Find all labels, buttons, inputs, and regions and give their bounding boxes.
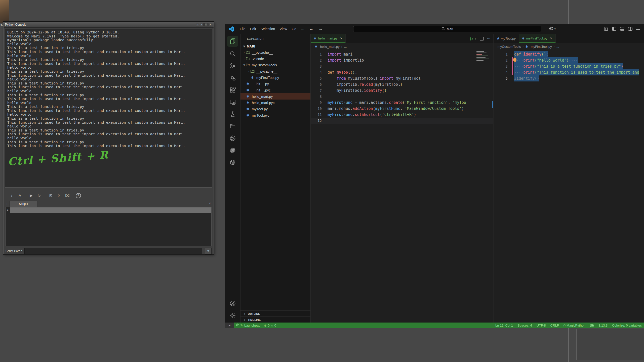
breadcrumb-item[interactable]: ...	[344, 45, 347, 49]
status-item--magicpython[interactable]: {} MagicPython	[562, 324, 587, 327]
code-line-3[interactable]: 3	[311, 63, 493, 69]
console-close-button[interactable]: ✕	[209, 23, 212, 26]
menu-view[interactable]: View	[277, 26, 289, 32]
script-tab[interactable]: Script1	[10, 201, 38, 207]
tree-item-vscode[interactable]: ›.vscode	[240, 56, 310, 62]
close-script-tab-button[interactable]: ✕	[209, 202, 211, 205]
load-script-icon[interactable]: ↓	[9, 193, 15, 199]
code-line-10[interactable]: 10mari.menus.addAction(myFirstFunc, 'Mai…	[311, 106, 493, 112]
folder-library-icon[interactable]	[227, 120, 238, 132]
cut-script-icon[interactable]: ✕	[56, 193, 62, 199]
close-icon[interactable]: ✕	[340, 37, 342, 40]
timeline-section[interactable]: › TIMELINE	[240, 316, 310, 323]
lightbulb-icon[interactable]	[513, 58, 516, 62]
code-editor[interactable]: 1import mari2import importlib34def myToo…	[311, 50, 493, 323]
script-path-browse-button[interactable]: ⇧	[205, 248, 212, 254]
toggle-primary-sidebar-icon[interactable]	[612, 27, 616, 31]
run-script-icon[interactable]: ▶	[28, 193, 34, 199]
copilot-status-item[interactable]	[588, 324, 596, 328]
menu-selection[interactable]: Selection	[258, 26, 277, 32]
status-item-colorize-0-variables[interactable]: Colorize: 0 variables	[610, 324, 643, 327]
script-editor[interactable]: 1	[6, 207, 212, 246]
menu-go[interactable]: Go	[289, 26, 299, 32]
tree-item-myCustomTools[interactable]: ∨myCustomTools	[240, 62, 310, 68]
code-line-4[interactable]: 4def myTool():	[311, 69, 493, 75]
nav-forward-arrow[interactable]: →	[316, 26, 325, 31]
remote-explorer-icon[interactable]	[227, 96, 238, 108]
explorer-actions-icon[interactable]: ⋯	[302, 36, 306, 41]
code-line-8[interactable]: 8	[311, 94, 493, 100]
tree-item-hellomaripy[interactable]: ✱hello_mari.py	[240, 93, 310, 100]
tree-item-initpyc[interactable]: ✱__init__.pyc	[240, 87, 310, 93]
clear-script-icon[interactable]: ⊠	[48, 193, 54, 199]
tree-item-pycache[interactable]: ›__pycache__	[240, 49, 310, 56]
explorer-icon[interactable]	[227, 36, 238, 47]
code-line-9[interactable]: 9myFirstFunc = mari.actions.create('My F…	[311, 100, 493, 106]
minimize-button[interactable]: —	[636, 27, 640, 31]
console-titlebar[interactable]: Python Console ? ▲ □ ✕	[4, 22, 214, 28]
breadcrumb-item[interactable]: ✱ myFirstTool.py	[525, 45, 552, 49]
status-item-utf-8[interactable]: UTF-8	[535, 324, 548, 327]
customize-layout-icon[interactable]	[604, 27, 608, 31]
breadcrumb-item[interactable]: ...	[556, 45, 559, 49]
breadcrumb-item[interactable]: ✱ hello_mari.py	[315, 45, 340, 49]
text-edit-icon[interactable]: A	[17, 193, 23, 199]
more-actions-icon[interactable]: ⋯	[487, 37, 490, 40]
source-control-icon[interactable]	[227, 60, 238, 72]
explorer-section-mari[interactable]: ∨ MARI	[240, 43, 310, 49]
problems-status-item[interactable]: ⊗ 0 △ 0	[262, 324, 278, 327]
code-line-3[interactable]: 3····print("This is a test function in t…	[494, 63, 644, 69]
copilot-menu[interactable]: ∨	[549, 26, 556, 31]
status-item-crlf[interactable]: CRLF	[549, 324, 561, 327]
testing-icon[interactable]	[227, 108, 238, 120]
vscode-titlebar[interactable]: FileEditSelectionViewGo⋯ ← → Mari ∨ —	[225, 24, 644, 34]
code-line-2[interactable]: 2import importlib	[311, 57, 493, 63]
status-item-spaces-4[interactable]: Spaces: 4	[516, 324, 534, 327]
flower-icon[interactable]	[227, 144, 238, 156]
console-collapse-button[interactable]: ▲	[200, 23, 204, 26]
code-line-1[interactable]: 1import mari	[311, 51, 493, 57]
tree-item-hellomaripyc[interactable]: ✱hello_mari.pyc	[240, 100, 310, 106]
code-editor[interactable]: 1def identify():2····print("hello world"…	[494, 50, 644, 323]
editor-sash-indicator[interactable]	[492, 101, 493, 108]
chevron-down-icon[interactable]: ∨	[475, 37, 476, 40]
nav-back-arrow[interactable]: ←	[307, 26, 316, 31]
console-splitter-handle[interactable]: ······	[4, 189, 214, 191]
code-line-4[interactable]: 4····print("This function is used to tes…	[494, 69, 644, 75]
console-float-button[interactable]: □	[204, 23, 208, 26]
tree-item-myToolpy[interactable]: ✱myTool.py	[240, 106, 310, 112]
run-debug-icon[interactable]	[227, 72, 238, 84]
menu-more[interactable]: ⋯	[299, 26, 307, 32]
git-graph-icon[interactable]	[227, 132, 238, 144]
search-icon[interactable]	[227, 48, 238, 60]
outline-section[interactable]: › OUTLINE	[240, 310, 310, 316]
settings-icon[interactable]	[227, 309, 238, 322]
package-icon[interactable]	[227, 156, 238, 168]
tree-item-myFirstToolpy[interactable]: ✱myFirstTool.py	[240, 74, 310, 81]
toggle-secondary-sidebar-icon[interactable]	[628, 27, 632, 31]
breadcrumb-item[interactable]: myCustomTools	[498, 45, 521, 49]
tab-hello_mari.py[interactable]: ✱hello_mari.py✕	[311, 34, 346, 43]
close-icon[interactable]: ✕	[550, 37, 552, 40]
command-center-search[interactable]: Mari	[353, 26, 541, 32]
clear-output-icon[interactable]: ⌧	[64, 193, 70, 199]
minimap[interactable]	[476, 50, 490, 73]
add-script-tab-button[interactable]: +	[6, 202, 8, 206]
tab-myTool.py[interactable]: ✱myTool.py	[494, 34, 519, 43]
run-selection-icon[interactable]: ▷	[36, 193, 43, 199]
split-editor-icon[interactable]	[480, 37, 484, 40]
code-line-6[interactable]: 6 importlib.reload(myFirstTool)	[311, 81, 493, 87]
menu-edit[interactable]: Edit	[248, 26, 258, 32]
status-item-3-13-3[interactable]: 3.13.3	[597, 324, 609, 327]
account-icon[interactable]	[227, 297, 238, 309]
remote-indicator[interactable]: ><	[225, 323, 234, 328]
help-icon[interactable]: ?	[76, 193, 81, 198]
console-help-button[interactable]: ?	[196, 23, 199, 26]
status-item-ln-12-col-1[interactable]: Ln 12, Col 1	[494, 324, 515, 327]
code-line-5[interactable]: 5 from myCustomTools import myFirstTool	[311, 75, 493, 81]
toggle-panel-icon[interactable]	[620, 27, 624, 31]
code-line-7[interactable]: 7 myFirstTool.identify()	[311, 87, 493, 94]
script-path-input[interactable]	[24, 248, 202, 254]
tree-item-myToolpyc[interactable]: ✱myTool.pyc	[240, 112, 310, 118]
menu-file[interactable]: File	[237, 26, 248, 32]
